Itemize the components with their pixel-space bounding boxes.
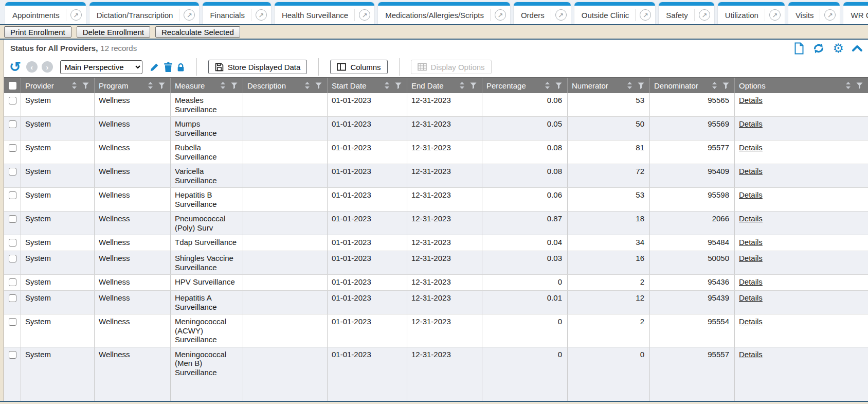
column-header[interactable]: Denominator (650, 78, 735, 93)
cell-measure: Pneumococcal (Poly) Surv (171, 212, 243, 235)
details-link[interactable]: Details (739, 119, 763, 128)
edit-pencil-icon[interactable] (150, 62, 159, 72)
table-header: Provider Program Measure (4, 77, 868, 93)
collapse-chevron-icon[interactable] (852, 44, 863, 52)
lock-icon[interactable] (176, 62, 185, 72)
details-link[interactable]: Details (739, 214, 763, 223)
row-checkbox[interactable] (9, 294, 16, 302)
open-in-new-window-icon[interactable]: ↗ (824, 9, 836, 21)
details-link[interactable]: Details (739, 167, 763, 175)
print-enrollment-button[interactable]: Print Enrollment (4, 26, 71, 38)
row-checkbox[interactable] (9, 318, 16, 326)
details-link[interactable]: Details (739, 254, 763, 262)
sort-icon[interactable] (220, 82, 226, 89)
filter-icon[interactable] (638, 82, 644, 89)
filter-icon[interactable] (722, 82, 729, 89)
delete-enrollment-button[interactable]: Delete Enrollment (77, 26, 150, 38)
module-tab[interactable]: Medications/Allergies/Scripts ↗ (378, 2, 510, 24)
row-checkbox[interactable] (9, 255, 16, 262)
sort-icon[interactable] (148, 82, 153, 89)
details-link[interactable]: Details (739, 238, 763, 247)
filter-icon[interactable] (158, 82, 165, 89)
module-tab[interactable]: WR Case Mgmt ↗ (843, 2, 868, 24)
details-link[interactable]: Details (739, 277, 763, 286)
module-tab[interactable]: Appointments ↗ (5, 2, 86, 24)
row-checkbox[interactable] (9, 144, 16, 152)
module-tab[interactable]: Outside Clinic ↗ (574, 2, 656, 24)
select-all-header-cell[interactable] (4, 78, 21, 93)
open-in-new-window-icon[interactable]: ↗ (495, 9, 506, 21)
module-tab[interactable]: Utilization ↗ (718, 2, 785, 24)
sort-icon[interactable] (712, 82, 717, 89)
module-tab[interactable]: Safety ↗ (659, 2, 714, 24)
tab-divider (179, 9, 179, 21)
column-header[interactable]: Program (95, 78, 171, 93)
cell-percentage: 0.08 (482, 140, 568, 164)
settings-gear-icon[interactable]: ⚙ (833, 42, 844, 55)
open-in-new-window-icon[interactable]: ↗ (640, 9, 651, 21)
filter-icon[interactable] (231, 82, 238, 89)
module-tab[interactable]: Visits ↗ (788, 2, 840, 24)
open-in-new-window-icon[interactable]: ↗ (699, 9, 710, 21)
sort-icon[interactable] (545, 82, 550, 89)
open-in-new-window-icon[interactable]: ↗ (769, 9, 781, 21)
perspective-select[interactable]: Main Perspective (60, 60, 142, 74)
column-header[interactable]: Start Date (328, 78, 407, 93)
details-link[interactable]: Details (739, 317, 763, 326)
new-document-icon[interactable] (793, 42, 805, 55)
module-tab[interactable]: Financials ↗ (203, 2, 271, 24)
filter-icon[interactable] (82, 82, 89, 89)
column-header[interactable]: End Date (407, 78, 482, 93)
module-tab[interactable]: Health Surveillance ↗ (275, 2, 374, 24)
delete-trash-icon[interactable] (164, 62, 172, 72)
sort-icon[interactable] (384, 82, 390, 89)
column-header[interactable]: Percentage (482, 78, 568, 93)
back-icon[interactable]: ‹ (26, 61, 38, 73)
row-checkbox[interactable] (9, 120, 16, 128)
filter-icon[interactable] (555, 82, 562, 89)
column-header[interactable]: Provider (21, 78, 95, 93)
details-link[interactable]: Details (739, 350, 763, 359)
column-header[interactable]: Options (735, 78, 868, 93)
filter-icon[interactable] (470, 82, 477, 89)
columns-button[interactable]: Columns (330, 60, 387, 74)
display-options-button[interactable]: Display Options (411, 60, 492, 74)
store-displayed-data-button[interactable]: Store Displayed Data (208, 60, 308, 74)
open-in-new-window-icon[interactable]: ↗ (70, 9, 82, 21)
row-checkbox[interactable] (9, 278, 16, 286)
sort-icon[interactable] (459, 82, 465, 89)
undo-icon[interactable]: ↺ (9, 60, 21, 74)
refresh-icon[interactable] (812, 42, 825, 55)
open-in-new-window-icon[interactable]: ↗ (256, 9, 267, 21)
table-row: System Wellness Meningococcal (ACWY) Sur… (4, 314, 868, 347)
details-link[interactable]: Details (739, 143, 763, 152)
filter-icon[interactable] (315, 82, 322, 89)
sort-icon[interactable] (304, 82, 310, 89)
row-checkbox[interactable] (9, 215, 16, 223)
module-tab[interactable]: Dictation/Transcription ↗ (89, 2, 200, 24)
details-link[interactable]: Details (739, 96, 763, 104)
row-checkbox[interactable] (9, 191, 16, 199)
column-header[interactable]: Numerator (568, 78, 650, 93)
column-header[interactable]: Description (243, 78, 328, 93)
row-checkbox[interactable] (9, 239, 16, 247)
details-link[interactable]: Details (739, 293, 763, 302)
column-header[interactable]: Measure (171, 78, 243, 93)
open-in-new-window-icon[interactable]: ↗ (184, 9, 195, 21)
details-link[interactable]: Details (739, 190, 763, 199)
recalculate-selected-button[interactable]: Recalculate Selected (155, 26, 240, 38)
filter-icon[interactable] (395, 82, 402, 89)
forward-icon[interactable]: › (42, 61, 53, 73)
sort-icon[interactable] (71, 82, 77, 89)
filter-icon[interactable] (856, 82, 863, 89)
open-in-new-window-icon[interactable]: ↗ (555, 9, 567, 21)
tab-accent-bar (275, 2, 374, 6)
sort-icon[interactable] (627, 82, 632, 89)
row-checkbox[interactable] (9, 97, 16, 104)
sort-icon[interactable] (845, 82, 851, 89)
row-checkbox[interactable] (9, 351, 16, 359)
open-in-new-window-icon[interactable]: ↗ (359, 9, 370, 21)
row-checkbox[interactable] (9, 168, 16, 175)
select-all-checkbox[interactable] (9, 82, 16, 90)
module-tab[interactable]: Orders ↗ (514, 2, 571, 24)
